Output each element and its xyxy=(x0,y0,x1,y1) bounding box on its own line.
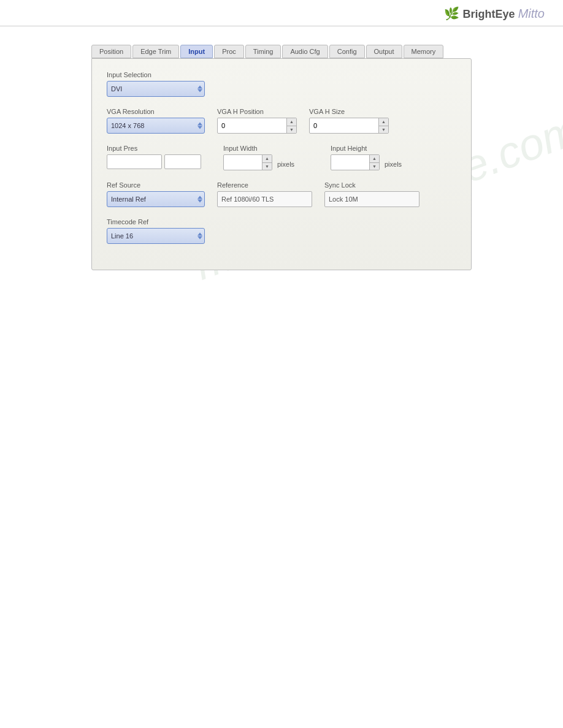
vga-h-size-up[interactable]: ▲ xyxy=(379,118,388,126)
tab-input[interactable]: Input xyxy=(180,45,213,58)
tab-bar: Position Edge Trim Input Proc Timing Aud… xyxy=(91,45,472,58)
input-height-label: Input Height xyxy=(331,145,426,152)
tab-edge-trim[interactable]: Edge Trim xyxy=(132,45,179,58)
input-width-input[interactable]: 1680 xyxy=(224,155,262,170)
input-width-group: Input Width 1680 ▲ ▼ pixels xyxy=(223,145,318,170)
input-height-spinner: 1050 ▲ ▼ xyxy=(331,154,380,170)
input-width-buttons: ▲ ▼ xyxy=(262,155,272,170)
ref-source-select-wrapper: Internal Ref External Ref Video xyxy=(107,191,205,207)
logo-eye-icon: 🌿 xyxy=(444,6,459,21)
vga-h-position-buttons: ▲ ▼ xyxy=(286,118,296,133)
logo-brighteye: BrightEye xyxy=(463,8,515,20)
input-height-input[interactable]: 1050 xyxy=(331,155,369,170)
input-width-up[interactable]: ▲ xyxy=(262,155,272,163)
input-width-down[interactable]: ▼ xyxy=(262,163,272,170)
ref-source-group: Ref Source Internal Ref External Ref Vid… xyxy=(107,181,205,207)
ref-source-select[interactable]: Internal Ref External Ref Video xyxy=(107,191,205,207)
reference-display: Ref 1080i/60 TLS xyxy=(217,191,312,207)
input-selection-select-wrapper: DVI VGA SDI HDMI xyxy=(107,81,205,97)
input-width-unit: pixels xyxy=(275,157,297,168)
panel-body: Input Selection DVI VGA SDI HDMI xyxy=(91,58,472,270)
tab-position[interactable]: Position xyxy=(91,45,131,58)
ref-section: Ref Source Internal Ref External Ref Vid… xyxy=(107,181,456,207)
logo-mitto: Mitto xyxy=(518,7,545,20)
vga-resolution-select-wrapper: 1024 x 768 1280 x 720 1920 x 1080 xyxy=(107,118,205,134)
input-pres-group: Input Pres DVI Input xyxy=(107,145,211,169)
timecode-ref-select-wrapper: Line 16 Line 17 Line 18 xyxy=(107,228,205,244)
vga-h-position-group: VGA H Position 0 ▲ ▼ xyxy=(217,108,297,134)
sync-lock-display: Lock 10M xyxy=(324,191,419,207)
vga-resolution-select[interactable]: 1024 x 768 1280 x 720 1920 x 1080 xyxy=(107,118,205,134)
vga-h-position-up[interactable]: ▲ xyxy=(287,118,296,126)
input-pres-label: Input Pres xyxy=(107,145,211,152)
vga-h-position-input[interactable]: 0 xyxy=(218,118,286,133)
input-height-down[interactable]: ▼ xyxy=(370,163,379,170)
input-selection-label: Input Selection xyxy=(107,71,456,78)
input-pres-fields: DVI Input xyxy=(107,154,211,169)
vga-h-position-spinner: 0 ▲ ▼ xyxy=(217,118,297,134)
vga-h-position-label: VGA H Position xyxy=(217,108,297,115)
ref-source-label: Ref Source xyxy=(107,181,205,189)
vga-h-size-down[interactable]: ▼ xyxy=(379,126,388,134)
tab-memory[interactable]: Memory xyxy=(404,45,444,58)
vga-resolution-group: VGA Resolution 1024 x 768 1280 x 720 192… xyxy=(107,108,205,134)
vga-h-position-down[interactable]: ▼ xyxy=(287,126,296,134)
input-width-spinner: 1680 ▲ ▼ xyxy=(223,154,272,170)
timecode-ref-wrapper: Line 16 Line 17 Line 18 xyxy=(107,228,205,244)
input-width-label: Input Width xyxy=(223,145,318,152)
vga-h-size-group: VGA H Size 0 ▲ ▼ xyxy=(309,108,389,134)
input-height-buttons: ▲ ▼ xyxy=(369,155,379,170)
reference-group: Reference Ref 1080i/60 TLS xyxy=(217,181,312,207)
panel-container: Position Edge Trim Input Proc Timing Aud… xyxy=(91,45,472,270)
vga-resolution-label: VGA Resolution xyxy=(107,108,205,115)
ref-row: Ref Source Internal Ref External Ref Vid… xyxy=(107,181,456,207)
main-content: Position Edge Trim Input Proc Timing Aud… xyxy=(0,26,563,270)
input-width-row: 1680 ▲ ▼ pixels xyxy=(223,154,318,170)
sync-lock-label: Sync Lock xyxy=(324,181,419,189)
input-selection-wrapper: DVI VGA SDI HDMI xyxy=(107,81,205,97)
vga-h-size-spinner: 0 ▲ ▼ xyxy=(309,118,389,134)
vga-h-size-input[interactable]: 0 xyxy=(310,118,378,133)
tab-timing[interactable]: Timing xyxy=(245,45,282,58)
input-selection-section: Input Selection DVI VGA SDI HDMI xyxy=(107,71,456,97)
timecode-ref-select[interactable]: Line 16 Line 17 Line 18 xyxy=(107,228,205,244)
input-pres-sub-input[interactable] xyxy=(164,154,201,169)
timecode-ref-label: Timecode Ref xyxy=(107,218,456,226)
vga-section: VGA Resolution 1024 x 768 1280 x 720 192… xyxy=(107,108,456,134)
vga-row: VGA Resolution 1024 x 768 1280 x 720 192… xyxy=(107,108,456,134)
header: 🌿 BrightEye Mitto xyxy=(0,0,563,26)
input-pres-main-input[interactable]: DVI Input xyxy=(107,154,162,169)
logo-text: BrightEye Mitto xyxy=(463,7,545,21)
tab-audio-cfg[interactable]: Audio Cfg xyxy=(282,45,327,58)
vga-h-size-label: VGA H Size xyxy=(309,108,389,115)
input-height-unit: pixels xyxy=(382,157,404,168)
input-selection-select[interactable]: DVI VGA SDI HDMI xyxy=(107,81,205,97)
tab-proc[interactable]: Proc xyxy=(214,45,244,58)
vga-h-size-buttons: ▲ ▼ xyxy=(378,118,388,133)
input-height-up[interactable]: ▲ xyxy=(370,155,379,163)
input-height-row: 1050 ▲ ▼ pixels xyxy=(331,154,426,170)
timecode-section: Timecode Ref Line 16 Line 17 Line 18 xyxy=(107,218,456,244)
logo: 🌿 BrightEye Mitto xyxy=(444,6,545,21)
sync-lock-group: Sync Lock Lock 10M xyxy=(324,181,419,207)
input-pres-row: Input Pres DVI Input Input Width 1680 xyxy=(107,145,456,170)
tab-config[interactable]: Config xyxy=(329,45,365,58)
input-pres-section: Input Pres DVI Input Input Width 1680 xyxy=(107,145,456,170)
tab-output[interactable]: Output xyxy=(366,45,402,58)
reference-label: Reference xyxy=(217,181,312,189)
input-height-group: Input Height 1050 ▲ ▼ pixels xyxy=(331,145,426,170)
